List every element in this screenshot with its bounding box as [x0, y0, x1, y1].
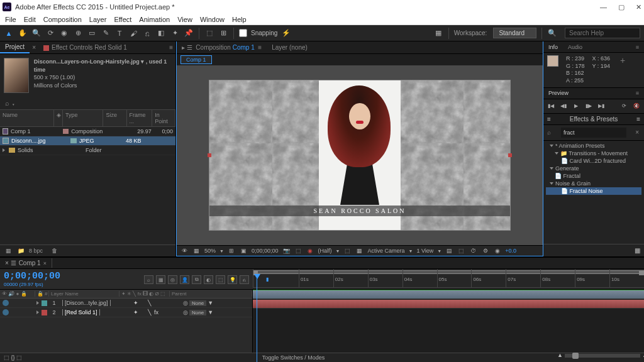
col-inpoint[interactable]: In Point	[152, 110, 175, 126]
timeline-tracks[interactable]	[253, 290, 644, 353]
effects-search-clear[interactable]: ×	[635, 129, 639, 136]
grid-icon[interactable]: ▦	[355, 248, 364, 254]
project-search[interactable]: ⌕ ▾	[0, 97, 175, 109]
col-size[interactable]: Size	[103, 110, 126, 126]
world-axis-icon[interactable]: ⊞	[218, 28, 228, 38]
safe-zones-icon[interactable]: ⊞	[228, 248, 236, 254]
bpc-button[interactable]: 8 bpc	[29, 248, 43, 254]
last-frame-button[interactable]: ▶▮	[597, 102, 606, 111]
camera-select[interactable]: Active Camera	[367, 248, 404, 254]
local-axis-icon[interactable]: ⬚	[204, 28, 214, 38]
tree-anim-presets[interactable]: * Animation Presets	[546, 142, 641, 150]
eraser-tool-icon[interactable]: ◧	[156, 28, 166, 38]
timeline-icon[interactable]: ⏱	[469, 248, 477, 254]
menu-effect[interactable]: Effect	[114, 16, 131, 23]
footage-thumbnail[interactable]	[4, 58, 29, 93]
maximize-button[interactable]: ▢	[618, 3, 625, 11]
col-type[interactable]: Type	[63, 110, 103, 126]
menu-help[interactable]: Help	[232, 16, 247, 23]
tl-motion-blur-icon[interactable]: ◐	[204, 275, 213, 284]
fast-previews-icon[interactable]: ⬚	[457, 248, 465, 254]
selection-tool-icon[interactable]: ▲	[4, 28, 14, 38]
eye-icon[interactable]	[3, 300, 9, 306]
effects-presets-header[interactable]: ≡ Effects & Presets ≡	[543, 114, 644, 125]
snapshot-icon[interactable]: 📷	[282, 248, 291, 254]
snapping-checkbox[interactable]	[239, 29, 247, 37]
show-snapshot-icon[interactable]: ⬚	[294, 248, 303, 254]
zoom-select[interactable]: 50%	[204, 248, 216, 254]
current-time[interactable]: 0;00;00;00	[252, 248, 279, 254]
clone-tool-icon[interactable]: ⎌	[142, 28, 152, 38]
tl-draft3d-icon[interactable]: ◎	[168, 275, 177, 284]
pan-behind-tool-icon[interactable]: ⊕	[73, 28, 83, 38]
layer-handle-right[interactable]	[508, 153, 512, 157]
zoom-slider[interactable]: ▲ ▲	[565, 354, 640, 358]
tree-noise-grain[interactable]: Noise & Grain	[546, 180, 641, 187]
col-framerate[interactable]: Frame ...	[127, 110, 153, 126]
search-help-input[interactable]	[565, 28, 640, 38]
layer-row-2[interactable]: 2 [Red Solid 1] ✦╲fx ◎ None ▼	[0, 308, 252, 317]
flowchart-icon[interactable]: ⚙	[481, 248, 489, 254]
project-tab[interactable]: Project	[0, 41, 30, 53]
delete-icon[interactable]: 🗑	[52, 248, 57, 254]
workspace-select[interactable]: Standard	[493, 28, 536, 38]
roto-tool-icon[interactable]: ✦	[170, 28, 180, 38]
info-menu-icon[interactable]: ≡	[631, 43, 644, 52]
tree-card-wipe[interactable]: 📄 Card Wi...2D fractured	[546, 157, 641, 165]
loop-button[interactable]: ⟳	[619, 102, 628, 111]
minimize-button[interactable]: —	[600, 3, 607, 11]
menu-layer[interactable]: Layer	[89, 16, 107, 23]
composition-viewer[interactable]: SEAN ROCCO SALON	[177, 65, 543, 245]
timeline-timecode[interactable]: 0;00;00;00	[4, 271, 60, 282]
search-icon[interactable]: 🔍	[547, 28, 557, 38]
time-ruler[interactable]: ▮ 01s 02s 03s 04s 05s 06s 07s 08s 09s 10…	[253, 269, 644, 288]
mask-vis-icon[interactable]: ▣	[240, 248, 248, 254]
tree-generate[interactable]: Generate	[546, 165, 641, 172]
snap-options-icon[interactable]: ⚡	[281, 28, 291, 38]
reset-exposure-icon[interactable]: ◉	[493, 248, 501, 254]
roi-icon[interactable]: ⬚	[343, 248, 352, 254]
col-parent[interactable]: Parent	[170, 291, 252, 297]
zoom-tool-icon[interactable]: 🔍	[31, 28, 42, 38]
shape-tool-icon[interactable]: ▭	[87, 28, 97, 38]
tree-fractal-noise[interactable]: 📄 Fractal Noise	[546, 187, 641, 195]
audio-tab[interactable]: Audio	[563, 43, 587, 52]
tree-fractal[interactable]: 📄 Fractal	[546, 172, 641, 180]
brush-tool-icon[interactable]: 🖌	[128, 28, 138, 38]
pixel-aspect-icon[interactable]: ▤	[445, 248, 453, 254]
resolution-select[interactable]: (Half)	[318, 248, 332, 254]
comp-viewer-tab[interactable]: Comp 1	[180, 55, 212, 64]
layer-tab[interactable]: Layer (none)	[267, 42, 313, 53]
effect-controls-tab[interactable]: Effect Controls Red Solid 1	[38, 42, 132, 53]
effects-search-input[interactable]	[561, 128, 626, 138]
prev-frame-button[interactable]: ◀▮	[559, 102, 568, 111]
project-item-image[interactable]: Disconn....jpg JPEG 48 KB	[0, 136, 175, 146]
project-item-folder[interactable]: Solids Folder	[0, 146, 175, 155]
project-item-comp[interactable]: Comp 1 Composition 29.97 0;00	[0, 127, 175, 136]
menu-composition[interactable]: Composition	[43, 16, 82, 23]
preview-tab[interactable]: Preview	[543, 89, 574, 97]
timeline-tab-close[interactable]: ×	[43, 260, 47, 266]
hand-tool-icon[interactable]: ✋	[18, 28, 28, 38]
puppet-tool-icon[interactable]: 📌	[184, 28, 194, 38]
always-preview-icon[interactable]: 👁	[180, 248, 189, 254]
menu-animation[interactable]: Animation	[139, 16, 170, 23]
rotate-tool-icon[interactable]: ⟳	[45, 28, 55, 38]
info-tab[interactable]: Info	[543, 43, 563, 52]
mute-button[interactable]: 🔇	[632, 102, 641, 111]
text-tool-icon[interactable]: T	[114, 28, 125, 38]
new-folder-icon[interactable]: 📁	[16, 248, 25, 254]
exposure-value[interactable]: +0.0	[505, 248, 516, 254]
tl-brackets-icon[interactable]: {}	[11, 354, 15, 361]
tl-expand-icon[interactable]: ⬚	[4, 354, 9, 361]
timeline-tab[interactable]: × ☰ Comp 1 ×	[0, 258, 52, 268]
tl-hide-shy-icon[interactable]: 👤	[180, 275, 189, 284]
transparency-grid-icon[interactable]: ▦	[192, 248, 201, 254]
tl-graph-icon[interactable]: ⬚	[216, 275, 225, 284]
tl-aa-icon[interactable]: ⎌	[240, 275, 249, 284]
col-layer-name[interactable]: Layer Name	[49, 291, 119, 297]
render-queue-icon[interactable]: ▦	[433, 28, 443, 38]
menu-window[interactable]: Window	[200, 16, 225, 23]
menu-view[interactable]: View	[177, 16, 192, 23]
playhead[interactable]	[254, 274, 260, 279]
